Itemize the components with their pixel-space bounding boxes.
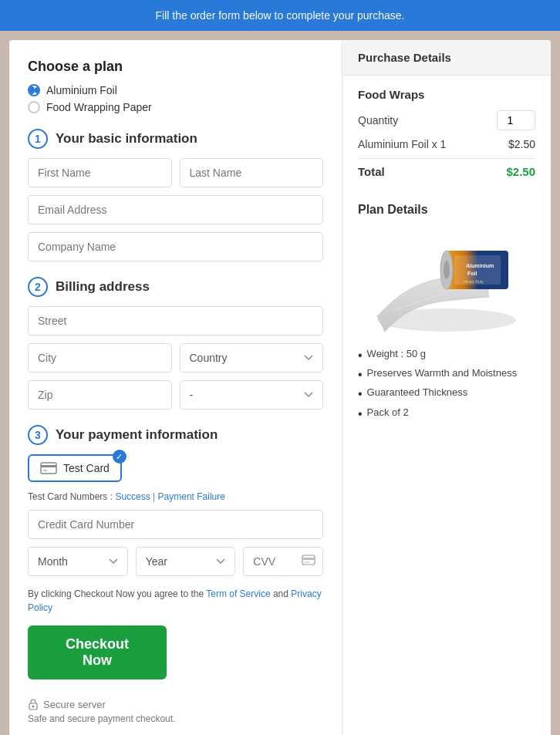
quantity-label: Quantity	[358, 114, 398, 126]
radio-food-wrapping[interactable]	[28, 101, 40, 113]
svg-text:Foil: Foil	[467, 271, 477, 276]
right-panel: Purchase Details Food Wraps Quantity Alu…	[342, 40, 551, 735]
total-label: Total	[358, 165, 385, 178]
plan-label-aluminium: Aluminium Foil	[46, 84, 117, 96]
bullet-text: Weight : 50 g	[367, 348, 426, 359]
state-select[interactable]: -	[180, 380, 324, 410]
zip-state-row: -	[28, 380, 323, 410]
svg-point-7	[32, 706, 35, 708]
banner-text: Fill the order form below to complete yo…	[156, 9, 405, 22]
separator: |	[153, 491, 155, 502]
food-wraps-title: Food Wraps	[358, 88, 535, 101]
card-label: Test Card	[63, 462, 110, 474]
left-panel: Choose a plan Aluminium Foil Food Wrappi…	[9, 40, 342, 735]
month-select[interactable]: Month 01 02 03 04 05 06 07 08 09 10 11 1…	[28, 547, 128, 576]
item-row: Aluminium Foil x 1 $2.50	[358, 138, 535, 150]
main-card: Choose a plan Aluminium Foil Food Wrappi…	[9, 40, 551, 735]
test-card-button[interactable]: Test Card ✓	[28, 454, 122, 482]
test-card-info: Test Card Numbers : Success | Payment Fa…	[28, 491, 323, 502]
plan-option-aluminium[interactable]: Aluminium Foil	[28, 84, 323, 96]
credit-card-row	[28, 510, 323, 539]
quantity-input[interactable]	[497, 110, 535, 130]
secure-server-row: Secure server	[28, 698, 323, 710]
bullet-dot: •	[358, 406, 363, 421]
plan-bullet-item: •Guaranteed Thickness	[358, 386, 535, 401]
svg-text:Heavy Duty: Heavy Duty	[464, 279, 484, 284]
checkout-button[interactable]: Checkout Now	[28, 625, 167, 679]
section-2-header: 2 Billing address	[28, 277, 323, 297]
section-2-number: 2	[28, 277, 48, 297]
test-success-link[interactable]: Success	[115, 491, 150, 502]
year-select[interactable]: Year 2024 2025 2026 2027 2028	[136, 547, 236, 576]
total-price: $2.50	[506, 165, 535, 178]
email-row	[28, 195, 323, 224]
cvv-icon	[302, 555, 315, 568]
svg-text:Aluminium: Aluminium	[466, 263, 494, 268]
company-row	[28, 232, 323, 261]
country-select[interactable]: Country	[180, 343, 324, 373]
email-input[interactable]	[28, 195, 323, 224]
divider	[358, 158, 535, 159]
svg-point-17	[444, 261, 450, 279]
bullet-dot: •	[358, 348, 363, 362]
secure-server-label: Secure server	[43, 699, 106, 710]
section-2-title: Billing address	[56, 279, 150, 295]
last-name-input[interactable]	[180, 158, 324, 187]
svg-rect-4	[302, 558, 315, 560]
company-name-input[interactable]	[28, 232, 323, 261]
plan-bullets: •Weight : 50 g•Preserves Warmth and Mois…	[358, 348, 535, 421]
plan-bullet-item: •Pack of 2	[358, 406, 535, 421]
section-1-number: 1	[28, 129, 48, 149]
bullet-dot: •	[358, 386, 363, 401]
first-name-input[interactable]	[28, 158, 172, 187]
section-3-number: 3	[28, 425, 48, 445]
top-banner: Fill the order form below to complete yo…	[0, 0, 560, 31]
total-row: Total $2.50	[358, 165, 535, 178]
svg-rect-2	[43, 470, 47, 471]
svg-rect-0	[41, 463, 56, 474]
choose-plan-section: Choose a plan Aluminium Foil Food Wrappi…	[28, 59, 323, 113]
svg-rect-1	[41, 465, 56, 467]
product-image: Aluminium Foil Heavy Duty	[362, 228, 531, 335]
test-failure-link[interactable]: Payment Failure	[158, 491, 225, 502]
section-1-header: 1 Your basic information	[28, 129, 323, 149]
section-3-title: Your payment information	[56, 427, 218, 443]
radio-dot-aluminium	[29, 86, 35, 94]
credit-card-input[interactable]	[28, 510, 323, 539]
lock-icon	[28, 698, 39, 710]
city-input[interactable]	[28, 343, 172, 373]
name-row	[28, 158, 323, 187]
plan-bullet-item: •Weight : 50 g	[358, 348, 535, 362]
selected-check-badge: ✓	[113, 450, 127, 464]
section-1-title: Your basic information	[56, 131, 197, 147]
safe-text: Safe and secure payment checkout.	[28, 713, 323, 724]
street-row	[28, 306, 323, 335]
bullet-text: Guaranteed Thickness	[367, 386, 468, 398]
plan-option-food-wrapping[interactable]: Food Wrapping Paper	[28, 101, 323, 113]
card-details-row: Month 01 02 03 04 05 06 07 08 09 10 11 1…	[28, 547, 323, 576]
purchase-details-header: Purchase Details	[342, 40, 551, 76]
terms-link[interactable]: Term of Service	[206, 588, 270, 599]
svg-rect-5	[304, 561, 310, 563]
item-price: $2.50	[508, 138, 535, 150]
bullet-text: Preserves Warmth and Moistness	[367, 367, 518, 379]
bullet-dot: •	[358, 367, 363, 382]
quantity-row: Quantity	[358, 110, 535, 130]
page-wrapper: Fill the order form below to complete yo…	[0, 0, 560, 735]
radio-aluminium[interactable]	[28, 84, 40, 96]
city-country-row: Country	[28, 343, 323, 373]
payment-method-row: Test Card ✓	[28, 454, 323, 482]
item-label: Aluminium Foil x 1	[358, 138, 446, 150]
card-icon	[40, 462, 57, 474]
plan-details-title: Plan Details	[358, 203, 535, 217]
street-input[interactable]	[28, 306, 323, 335]
choose-plan-title: Choose a plan	[28, 59, 323, 75]
product-image-container: Aluminium Foil Heavy Duty	[358, 228, 535, 335]
section-3-header: 3 Your payment information	[28, 425, 323, 445]
bullet-text: Pack of 2	[367, 406, 409, 418]
plan-label-food-wrapping: Food Wrapping Paper	[46, 101, 152, 113]
cvv-wrapper	[243, 547, 323, 576]
purchase-details-body: Food Wraps Quantity Aluminium Foil x 1 $…	[342, 76, 551, 190]
plan-details-section: Plan Details	[342, 190, 551, 438]
zip-input[interactable]	[28, 380, 172, 410]
